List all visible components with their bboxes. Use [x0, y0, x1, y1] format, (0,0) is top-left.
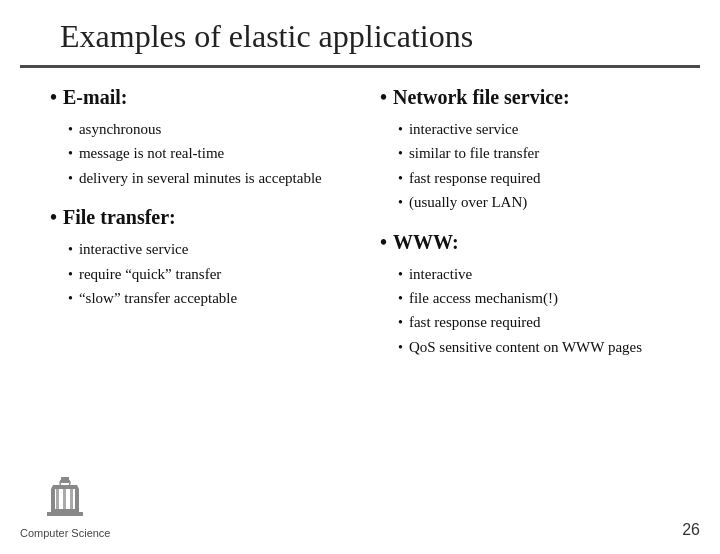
list-item: interactive service	[68, 237, 350, 261]
svg-rect-5	[47, 512, 83, 516]
slide-title: Examples of elastic applications	[60, 18, 660, 55]
svg-rect-7	[63, 489, 66, 509]
footer: Computer Science 26	[0, 475, 720, 544]
email-list: asynchronous message is not real-time de…	[68, 117, 350, 190]
right-column: • Network file service: interactive serv…	[370, 86, 690, 375]
file-transfer-list: interactive service require “quick” tran…	[68, 237, 350, 310]
title-area: Examples of elastic applications	[0, 0, 720, 65]
svg-rect-4	[51, 509, 79, 512]
page-number: 26	[682, 521, 700, 539]
left-column: • E-mail: asynchronous message is not re…	[40, 86, 360, 375]
list-item: QoS sensitive content on WWW pages	[398, 335, 680, 359]
list-item: fast response required	[398, 166, 680, 190]
network-heading: • Network file service:	[380, 86, 680, 109]
list-item: delivery in several minutes is acceptabl…	[68, 166, 350, 190]
list-item: similar to file transfer	[398, 141, 680, 165]
file-transfer-heading: • File transfer:	[50, 206, 350, 229]
list-item: message is not real-time	[68, 141, 350, 165]
list-item: (usually over LAN)	[398, 190, 680, 214]
network-list: interactive service similar to file tran…	[398, 117, 680, 215]
svg-rect-8	[70, 489, 73, 509]
email-heading: • E-mail:	[50, 86, 350, 109]
svg-rect-6	[56, 489, 59, 509]
list-item: interactive service	[398, 117, 680, 141]
svg-rect-2	[51, 489, 55, 509]
list-item: asynchronous	[68, 117, 350, 141]
content-area: • E-mail: asynchronous message is not re…	[0, 68, 720, 385]
ucl-logo: Computer Science	[20, 475, 111, 539]
list-item: interactive	[398, 262, 680, 286]
list-item: “slow” transfer acceptable	[68, 286, 350, 310]
ucl-logo-icon	[41, 475, 89, 527]
www-heading: • WWW:	[380, 231, 680, 254]
list-item: require “quick” transfer	[68, 262, 350, 286]
www-list: interactive file access mechanism(!) fas…	[398, 262, 680, 360]
svg-rect-3	[75, 489, 79, 509]
list-item: file access mechanism(!)	[398, 286, 680, 310]
ucl-label: Computer Science	[20, 527, 111, 539]
slide: Examples of elastic applications • E-mai…	[0, 0, 720, 554]
list-item: fast response required	[398, 310, 680, 334]
